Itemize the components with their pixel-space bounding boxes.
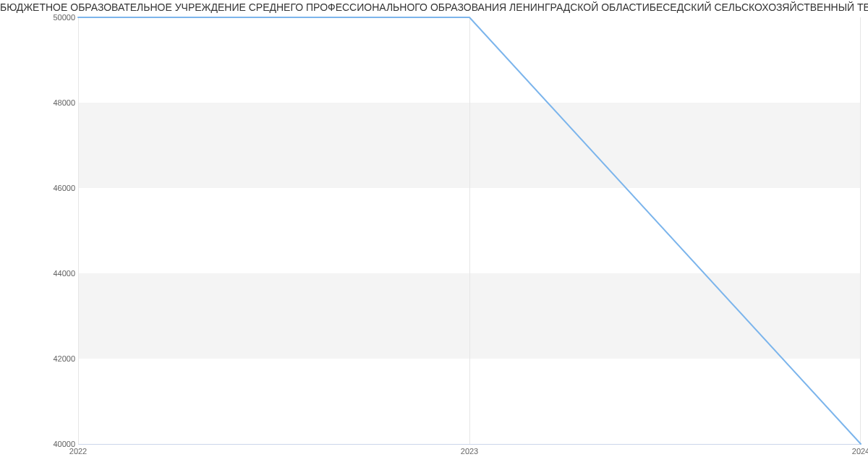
chart-title: БЮДЖЕТНОЕ ОБРАЗОВАТЕЛЬНОЕ УЧРЕЖДЕНИЕ СРЕ… bbox=[0, 1, 868, 13]
plot-area bbox=[78, 17, 861, 445]
x-tick-label: 2024 bbox=[852, 447, 868, 456]
y-tick-label: 42000 bbox=[3, 354, 75, 363]
data-line bbox=[78, 17, 861, 444]
y-tick-label: 44000 bbox=[3, 269, 75, 278]
y-tick-label: 48000 bbox=[3, 98, 75, 107]
x-tick-label: 2022 bbox=[69, 447, 87, 456]
y-tick-label: 50000 bbox=[3, 13, 75, 22]
y-tick-label: 40000 bbox=[3, 440, 75, 448]
y-tick-label: 46000 bbox=[3, 184, 75, 192]
line-chart: БЮДЖЕТНОЕ ОБРАЗОВАТЕЛЬНОЕ УЧРЕЖДЕНИЕ СРЕ… bbox=[0, 0, 868, 470]
x-tick-label: 2023 bbox=[461, 447, 478, 456]
